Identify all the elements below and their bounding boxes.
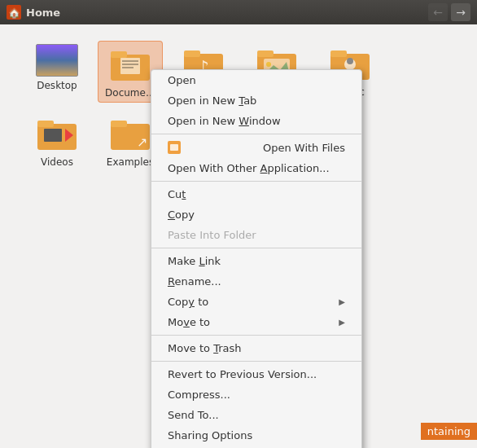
menu-item-label: Cut bbox=[168, 188, 186, 200]
menu-item-rename[interactable]: Rename... bbox=[151, 271, 361, 292]
navigation-buttons: ← → bbox=[428, 3, 470, 21]
menu-item-label: Copy bbox=[168, 209, 195, 221]
titlebar: 🏠 Home ← → bbox=[0, 0, 477, 24]
menu-item-compress[interactable]: Compress... bbox=[151, 384, 361, 405]
svg-rect-5 bbox=[122, 60, 138, 62]
menu-item-make-link[interactable]: Make Link bbox=[151, 251, 361, 271]
menu-item-open-with-files[interactable]: Open With Files bbox=[151, 137, 361, 158]
menu-item-label: Copy to bbox=[168, 296, 208, 308]
examples-folder-icon: ↗ bbox=[109, 114, 151, 153]
menu-item-label: Sharing Options bbox=[168, 429, 252, 441]
menu-item-label: Paste Into Folder bbox=[168, 229, 256, 241]
svg-rect-28 bbox=[170, 144, 178, 151]
menu-item-label: Move to bbox=[168, 316, 210, 328]
documents-folder-icon bbox=[109, 45, 151, 84]
menu-item-sharing[interactable]: Sharing Options bbox=[151, 425, 361, 446]
menu-item-move-to[interactable]: Move to ▶ bbox=[151, 312, 361, 332]
back-button[interactable]: ← bbox=[428, 3, 448, 21]
svg-rect-25 bbox=[111, 121, 127, 127]
separator-5 bbox=[151, 361, 361, 362]
menu-item-label: Make Link bbox=[168, 255, 221, 267]
menu-item-label: Open With Files bbox=[263, 142, 345, 154]
menu-item-cut[interactable]: Cut bbox=[151, 184, 361, 204]
menu-item-open-with-other[interactable]: Open With Other Application... bbox=[151, 158, 361, 178]
file-label: Videos bbox=[41, 156, 73, 168]
file-label: Desktop bbox=[37, 80, 77, 91]
svg-rect-22 bbox=[44, 129, 62, 142]
separator-1 bbox=[151, 134, 361, 134]
menu-item-label: Compress... bbox=[168, 389, 230, 401]
file-item-videos[interactable]: Videos bbox=[24, 111, 90, 171]
menu-item-revert[interactable]: Revert to Previous Version... bbox=[151, 364, 361, 384]
svg-rect-17 bbox=[330, 51, 347, 57]
submenu-arrow-icon: ▶ bbox=[339, 318, 345, 327]
svg-rect-6 bbox=[122, 64, 138, 65]
svg-rect-7 bbox=[122, 67, 133, 68]
svg-rect-3 bbox=[111, 51, 127, 58]
menu-item-label: Move to Trash bbox=[168, 342, 242, 354]
separator-3 bbox=[151, 248, 361, 248]
menu-item-label: Send To... bbox=[168, 409, 219, 421]
forward-arrow-icon: → bbox=[456, 6, 466, 19]
file-item-desktop[interactable]: Desktop bbox=[24, 41, 90, 103]
separator-4 bbox=[151, 335, 361, 336]
svg-text:🏠: 🏠 bbox=[8, 7, 20, 19]
svg-rect-21 bbox=[37, 121, 54, 127]
svg-rect-12 bbox=[257, 51, 274, 57]
menu-item-label: Rename... bbox=[168, 275, 221, 288]
menu-item-copy[interactable]: Copy bbox=[151, 204, 361, 225]
svg-point-19 bbox=[347, 58, 353, 64]
menu-item-open-new-window[interactable]: Open in New Window bbox=[151, 111, 361, 131]
menu-item-label: Open in New Window bbox=[168, 115, 281, 127]
menu-item-copy-to[interactable]: Copy to ▶ bbox=[151, 292, 361, 312]
menu-item-label: Open With Other Application... bbox=[168, 162, 330, 174]
menu-item-send-to[interactable]: Send To... bbox=[151, 405, 361, 425]
svg-rect-9 bbox=[184, 51, 200, 57]
file-label: Examples bbox=[107, 156, 154, 168]
menu-item-open-new-tab[interactable]: Open in New Tab bbox=[151, 90, 361, 111]
videos-folder-icon bbox=[36, 114, 78, 153]
submenu-arrow-icon: ▶ bbox=[339, 297, 345, 306]
svg-text:↗: ↗ bbox=[137, 134, 147, 150]
back-arrow-icon: ← bbox=[433, 6, 443, 19]
menu-item-move-to-trash[interactable]: Move to Trash bbox=[151, 338, 361, 358]
menu-item-label: Revert to Previous Version... bbox=[168, 368, 317, 380]
files-app-icon bbox=[168, 141, 181, 154]
separator-2 bbox=[151, 181, 361, 182]
window-title: Home bbox=[26, 7, 423, 19]
file-label: Docume… bbox=[105, 87, 155, 99]
forward-button[interactable]: → bbox=[451, 3, 470, 21]
menu-item-paste[interactable]: Paste Into Folder bbox=[151, 225, 361, 245]
context-menu: Open Open in New Tab Open in New Window … bbox=[151, 69, 362, 448]
app-icon: 🏠 bbox=[7, 5, 21, 20]
svg-point-14 bbox=[266, 62, 271, 67]
file-manager-body: Desktop Docume… ♪ Music bbox=[0, 24, 477, 448]
menu-item-label: Open in New Tab bbox=[168, 94, 256, 107]
containing-text: ntaining bbox=[421, 423, 477, 440]
menu-item-open[interactable]: Open bbox=[151, 70, 361, 90]
menu-item-label: Open bbox=[168, 74, 196, 86]
desktop-icon bbox=[36, 44, 78, 77]
